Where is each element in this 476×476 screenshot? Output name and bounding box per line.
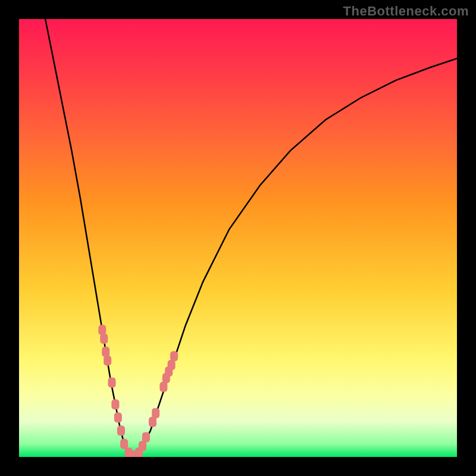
data-marker bbox=[152, 408, 159, 418]
data-marker bbox=[120, 439, 128, 449]
data-marker bbox=[149, 417, 156, 427]
data-marker bbox=[108, 377, 116, 387]
bottleneck-curve bbox=[45, 19, 457, 457]
chart-plot-area bbox=[19, 19, 457, 457]
data-marker bbox=[102, 347, 109, 357]
data-marker bbox=[100, 334, 108, 344]
data-marker bbox=[117, 425, 125, 436]
data-marker bbox=[114, 412, 122, 422]
data-marker bbox=[98, 325, 106, 335]
curve-layer bbox=[45, 19, 457, 457]
marker-layer bbox=[98, 325, 178, 457]
watermark-text: TheBottleneck.com bbox=[343, 4, 469, 19]
data-marker bbox=[139, 441, 146, 451]
data-marker bbox=[168, 360, 176, 370]
chart-svg bbox=[19, 19, 457, 457]
data-marker bbox=[159, 382, 167, 392]
data-marker bbox=[170, 351, 178, 361]
data-marker bbox=[142, 432, 150, 442]
data-marker bbox=[111, 399, 119, 409]
chart-frame: TheBottleneck.com bbox=[0, 0, 476, 476]
data-marker bbox=[104, 356, 111, 366]
